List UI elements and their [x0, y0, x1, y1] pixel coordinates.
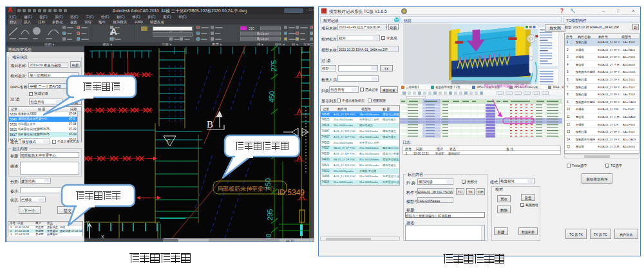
svg-text:B: B: [207, 119, 213, 129]
svg-text:ID:5349: ID:5349: [278, 188, 305, 197]
svg-text:X: X: [101, 235, 104, 238]
svg-text:C: C: [167, 138, 171, 144]
svg-text:295: 295: [266, 209, 274, 220]
svg-text:275: 275: [270, 60, 278, 72]
svg-text:局部板筋未伸至梁中心: 局部板筋未伸至梁中心: [217, 186, 275, 192]
svg-text:450: 450: [268, 91, 276, 102]
svg-text:30: 30: [265, 233, 272, 238]
